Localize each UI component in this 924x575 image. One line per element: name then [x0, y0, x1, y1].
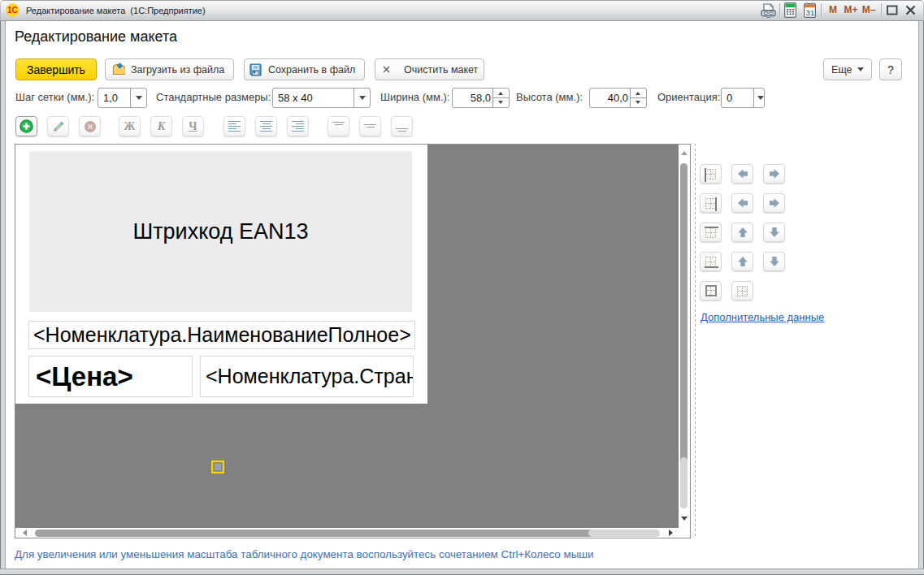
svg-text:1С: 1С: [7, 6, 18, 15]
svg-text:31: 31: [806, 8, 815, 17]
